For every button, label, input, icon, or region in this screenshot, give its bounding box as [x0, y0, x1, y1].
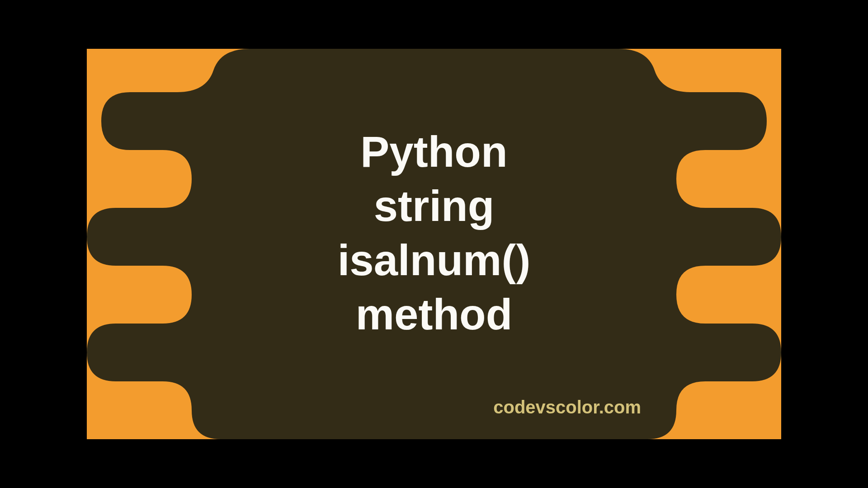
- title-line-2: string: [338, 179, 531, 233]
- watermark: codevscolor.com: [493, 397, 641, 418]
- page-title: Python string isalnum() method: [338, 125, 531, 342]
- title-line-4: method: [338, 287, 531, 342]
- banner-card: Python string isalnum() method codevscol…: [87, 49, 781, 439]
- title-line-3: isalnum(): [338, 233, 531, 287]
- title-line-1: Python: [338, 125, 531, 179]
